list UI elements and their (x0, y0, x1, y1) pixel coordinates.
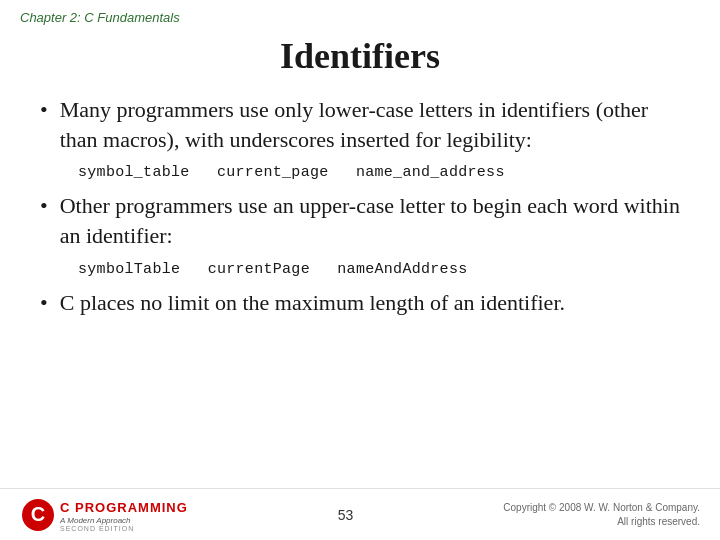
bullet-text-1: Many programmers use only lower-case let… (60, 95, 680, 154)
bullet-item-2: • Other programmers use an upper-case le… (40, 191, 680, 250)
footer: C C PROGRAMMING A Modern Approach Second… (0, 488, 720, 540)
c-logo-icon: C (20, 497, 56, 533)
code-current-page: current_page (217, 164, 329, 181)
footer-copyright: Copyright © 2008 W. W. Norton & Company.… (503, 501, 700, 529)
code-line-2: symbolTable currentPage nameAndAddress (78, 261, 680, 278)
bullet-item-1: • Many programmers use only lower-case l… (40, 95, 680, 154)
chapter-header: Chapter 2: C Fundamentals (0, 0, 720, 25)
code-line-1: symbol_table current_page name_and_addre… (78, 164, 680, 181)
logo-text-block: C PROGRAMMING A Modern Approach Second E… (60, 498, 188, 532)
logo-edition-text: Second Edition (60, 525, 188, 532)
bullet-icon-2: • (40, 193, 48, 219)
content-area: • Many programmers use only lower-case l… (0, 95, 720, 317)
logo-main-text: C PROGRAMMING (60, 500, 188, 515)
chapter-title: Chapter 2: C Fundamentals (20, 10, 180, 25)
copyright-text: Copyright © 2008 W. W. Norton & Company. (503, 502, 700, 513)
code-name-and-address: name_and_address (356, 164, 505, 181)
bullet-icon-1: • (40, 97, 48, 123)
footer-page-number: 53 (188, 507, 503, 523)
rights-text: All rights reserved. (617, 516, 700, 527)
svg-text:C: C (31, 503, 45, 525)
slide: Chapter 2: C Fundamentals Identifiers • … (0, 0, 720, 540)
footer-logo: C C PROGRAMMING A Modern Approach Second… (20, 497, 188, 533)
slide-title: Identifiers (0, 25, 720, 95)
code-symbol-table-camel: symbolTable (78, 261, 180, 278)
page-number: 53 (338, 507, 354, 523)
code-current-page-camel: currentPage (208, 261, 310, 278)
code-name-and-address-camel: nameAndAddress (337, 261, 467, 278)
bullet-icon-3: • (40, 290, 48, 316)
bullet-item-3: • C places no limit on the maximum lengt… (40, 288, 680, 318)
bullet-text-2: Other programmers use an upper-case lett… (60, 191, 680, 250)
logo-sub-text: A Modern Approach (60, 516, 188, 525)
code-symbol-table: symbol_table (78, 164, 190, 181)
bullet-text-3: C places no limit on the maximum length … (60, 288, 565, 318)
